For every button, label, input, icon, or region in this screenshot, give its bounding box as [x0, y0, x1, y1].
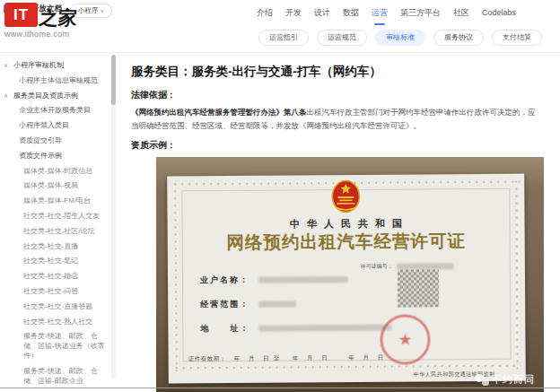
sidebar-item-label: 社交类-社交-陌生人交友 [23, 212, 100, 220]
legal-basis-paragraph: 《网络预约出租汽车经营服务管理暂行办法》第八条出租汽车行政主管部门对于网约车经营… [131, 106, 538, 133]
tab-服务协议[interactable]: 服务协议 [433, 30, 484, 46]
certificate-sheet: 中华人民共和国 网络预约出租汽车经营许可证 许可证编号： 业户名称：经营范围：地… [167, 173, 526, 383]
sidebar-item-label: 媒体类-媒体-视频 [23, 181, 78, 189]
sidebar-item[interactable]: 媒体类-媒体-时政信息 [0, 164, 118, 179]
sidebar: ∨小程序审核机制小程序主体信息审核规范∧服务类目及资质示例企业主体开放服务类目小… [0, 53, 118, 387]
ithome-watermark: IT 之家 www.ithome.com [4, 3, 77, 39]
sidebar-item[interactable]: 资质文件示例 [0, 149, 118, 164]
certificate-field-row: 地 址： [200, 321, 391, 334]
tab-支付结算[interactable]: 支付结算 [492, 30, 542, 46]
certificate-field-row: 经营范围： [200, 298, 296, 310]
certificate-border-right [512, 178, 521, 369]
sidebar-item-label: 社交类-社交-熟人社交 [23, 318, 92, 326]
sidebar-item[interactable]: 媒体类-媒体-FM/电台 [0, 194, 118, 209]
sidebar-item-label: 社交类-社交-直播 [23, 242, 78, 250]
sidebar-item-label: 社交类-社交-婚恋 [23, 272, 78, 280]
sidebar-item-label: 社交类-社交-问答 [23, 287, 78, 295]
certificate-photo: 中华人民共和国 网络预约出租汽车经营许可证 许可证编号： 业户名称：经营范围：地… [156, 157, 544, 392]
sidebar-item-label: 小程序主体信息审核规范 [19, 76, 98, 84]
qr-code [398, 269, 439, 307]
legal-basis-citation: 《网络预约出租汽车经营服务管理暂行办法》第八条 [131, 108, 307, 117]
certificate-field-redacted [258, 301, 296, 307]
top-header: 微信开放文档 小程序 ∨ 介绍开发设计数据运营第三方平台社区Codelabs [0, 0, 560, 25]
photo-watermark: 不约而同 [475, 373, 535, 387]
sidebar-item-label: 服务类-快递、邮政、仓储、运输-邮政企业 [23, 367, 98, 385]
certificate-validity: 证件有效期： 年 月 日 至 年 月 日 年 月 日 [188, 353, 384, 363]
chevron-down-icon: ∨ [101, 8, 104, 13]
sidebar-item[interactable]: 服务类-快递、邮政、仓储、运输-邮政企业 [0, 364, 118, 387]
certificate-field-redacted [258, 276, 348, 283]
page-title: 服务类目：服务类-出行与交通-打车（网约车） [131, 64, 553, 80]
certificate-number-label: 许可证编号： [361, 262, 393, 270]
sidebar-item-label: 小程序禁入类目 [19, 121, 69, 129]
sidebar-item-label: 社交类-社交-直播答题 [23, 302, 92, 310]
nav-item-社区[interactable]: 社区 [453, 7, 469, 19]
wechat-bubbles-icon [475, 374, 489, 386]
sidebar-item-label: 社交类-社交-社区/论坛 [23, 227, 95, 235]
certificate-title: 网络预约出租汽车经营许可证 [168, 228, 525, 255]
nav-item-Codelabs[interactable]: Codelabs [482, 8, 516, 17]
sidebar-item[interactable]: 企业主体开放服务类目 [0, 103, 118, 118]
example-heading: 资质示例： [131, 139, 553, 152]
nav-item-设计[interactable]: 设计 [314, 7, 330, 19]
national-emblem-icon [329, 179, 362, 215]
ithome-logo-script: 之家 [39, 8, 78, 27]
top-nav: 介绍开发设计数据运营第三方平台社区Codelabs [257, 0, 516, 25]
sidebar-item-label: 资质文件示例 [19, 152, 62, 160]
chevron-down-icon: ∨ [4, 61, 8, 69]
ithome-logo-icon: IT [4, 3, 38, 27]
sidebar-item[interactable]: 社交类-社交-社区/论坛 [0, 224, 118, 240]
sidebar-item[interactable]: 媒体类-媒体-视频 [0, 179, 118, 194]
legal-basis-heading: 法律依据： [131, 89, 553, 101]
sidebar-item[interactable]: 社交类-社交-问答 [0, 284, 118, 300]
sidebar-item-label: 服务类-快递、邮政、仓储、运输-快递业务（收寄件） [23, 332, 105, 360]
red-seal-stamp [380, 314, 430, 364]
certificate-field-label: 经营范围： [200, 299, 249, 310]
sidebar-item[interactable]: ∧服务类目及资质示例 [0, 89, 118, 104]
certificate-border-left [171, 180, 179, 371]
sidebar-item[interactable]: 社交类-社交-熟人社交 [0, 315, 118, 330]
sidebar-item[interactable]: 社交类-社交-陌生人交友 [0, 209, 118, 224]
window-bottom-edge [0, 388, 560, 388]
nav-item-数据[interactable]: 数据 [343, 7, 359, 19]
sidebar-item-label: 媒体类-媒体-时政信息 [23, 167, 92, 175]
sidebar-item[interactable]: 小程序禁入类目 [0, 118, 118, 134]
sidebar-item-label: 社交类-社交-笔记 [23, 257, 78, 265]
nav-item-介绍[interactable]: 介绍 [257, 7, 273, 19]
sidebar-item-label: 小程序审核机制 [13, 61, 64, 69]
nav-item-开发[interactable]: 开发 [285, 7, 302, 19]
platform-selector-label: 小程序 [78, 6, 99, 14]
sidebar-item[interactable]: 小程序主体信息审核规范 [0, 74, 118, 89]
certificate-field-redacted [258, 324, 391, 331]
sidebar-item[interactable]: 社交类-社交-婚恋 [0, 269, 118, 284]
ithome-url: www.ithome.com [4, 30, 77, 39]
tabs-row: 运营指引运营规范审核标准服务协议支付结算 [258, 30, 560, 46]
sidebar-item-label: 服务类目及资质示例 [13, 91, 78, 100]
sidebar-item-label: 资质提交引导 [19, 136, 62, 144]
sidebar-item-label: 媒体类-媒体-FM/电台 [23, 196, 91, 205]
certificate-field-row: 业户名称： [200, 274, 348, 286]
certificate-number-redacted [397, 263, 454, 269]
sidebar-item[interactable]: ∨小程序审核机制 [0, 58, 118, 74]
sidebar-item[interactable]: 社交类-社交-直播 [0, 240, 118, 255]
tab-运营规范[interactable]: 运营规范 [317, 30, 367, 46]
tab-审核标准[interactable]: 审核标准 [375, 30, 425, 46]
sidebar-item[interactable]: 服务类-快递、邮政、仓储、运输-快递业务（收寄件） [0, 329, 118, 363]
sidebar-item[interactable]: 社交类-社交-直播答题 [0, 300, 118, 315]
chevron-up-icon: ∧ [4, 91, 8, 100]
certificate-field-label: 地 址： [200, 323, 249, 335]
sidebar-item[interactable]: 资质提交引导 [0, 134, 118, 149]
nav-item-第三方平台[interactable]: 第三方平台 [400, 7, 441, 19]
main-content: 服务类目：服务类-出行与交通-打车（网约车） 法律依据： 《网络预约出租汽车经营… [118, 53, 560, 387]
tab-运营指引[interactable]: 运营指引 [258, 30, 309, 46]
sidebar-item-label: 企业主体开放服务类目 [19, 106, 91, 114]
photo-watermark-text: 不约而同 [492, 373, 535, 387]
sidebar-item[interactable]: 社交类-社交-笔记 [0, 254, 118, 269]
certificate-field-label: 业户名称： [200, 274, 249, 286]
nav-item-运营[interactable]: 运营 [372, 7, 388, 19]
